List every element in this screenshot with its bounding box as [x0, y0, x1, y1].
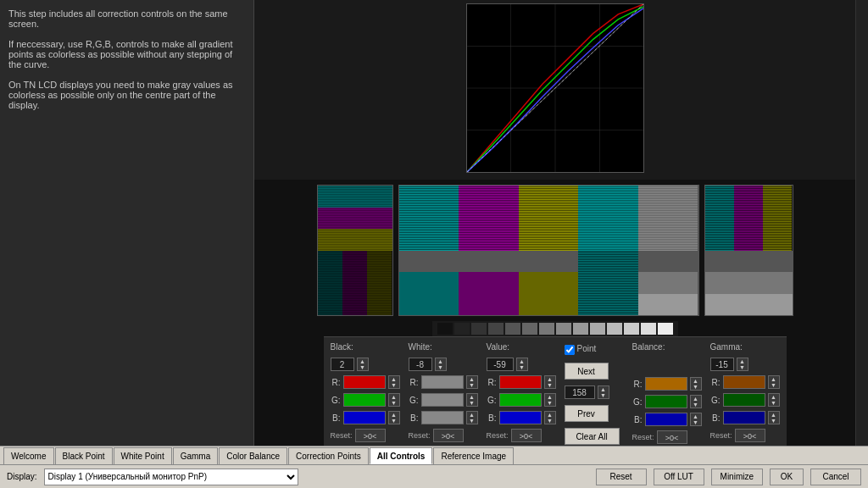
- balance-b-spinner[interactable]: ▲▼: [690, 413, 702, 426]
- white-reset-btn[interactable]: >0<: [433, 429, 464, 442]
- gamma-value-input[interactable]: [710, 358, 734, 371]
- black-g-spinner[interactable]: ▲▼: [388, 393, 400, 407]
- white-g-input[interactable]: [421, 393, 464, 407]
- gamma-g-input[interactable]: [723, 393, 765, 407]
- white-spinner[interactable]: ▲▼: [435, 358, 447, 371]
- clear-all-button[interactable]: Clear All: [565, 428, 620, 445]
- black-b-spinner[interactable]: ▲▼: [388, 411, 400, 424]
- point-checkbox[interactable]: [565, 345, 575, 355]
- value-r-label: R:: [487, 378, 497, 387]
- white-g-spinner[interactable]: ▲▼: [466, 393, 478, 407]
- value-b-label: B:: [487, 413, 497, 423]
- value-spinner[interactable]: ▲▼: [516, 358, 528, 371]
- black-spinner[interactable]: ▲▼: [357, 358, 369, 371]
- balance-g-spinner[interactable]: ▲▼: [690, 395, 702, 408]
- ok-button[interactable]: OK: [770, 469, 804, 485]
- tab-black-point[interactable]: Black Point: [55, 447, 113, 464]
- next-button[interactable]: Next: [565, 363, 609, 380]
- left-info-panel: This step includes all correction contro…: [0, 0, 254, 446]
- balance-reset-label: Reset:: [632, 433, 654, 441]
- gamma-reset-label: Reset:: [710, 431, 732, 440]
- balance-b-input[interactable]: [645, 413, 687, 426]
- cancel-button[interactable]: Cancel: [810, 469, 861, 485]
- gamma-spinner[interactable]: ▲▼: [737, 358, 748, 371]
- value-b-spinner[interactable]: ▲▼: [544, 411, 556, 424]
- value-g-label: G:: [487, 396, 497, 405]
- black-r-label: R:: [331, 378, 341, 387]
- value-reset-btn[interactable]: >0<: [511, 429, 542, 442]
- black-control-group: Black: ▲▼ R: ▲▼ G: ▲▼: [331, 342, 400, 443]
- main-controls: Black: ▲▼ R: ▲▼ G: ▲▼: [324, 336, 787, 446]
- white-g-label: G:: [409, 396, 419, 405]
- gamma-b-input[interactable]: [723, 411, 765, 424]
- black-b-label: B:: [331, 413, 341, 423]
- off-lut-button[interactable]: Off LUT: [654, 469, 704, 485]
- grad-step-13: [641, 323, 656, 335]
- point-spinner[interactable]: ▲▼: [598, 385, 609, 399]
- chart-and-previews: [254, 180, 855, 321]
- grad-step-10: [590, 323, 605, 335]
- tab-color-balance[interactable]: Color Balance: [219, 447, 287, 464]
- balance-r-label: R:: [632, 380, 643, 389]
- black-reset-btn[interactable]: >0<: [355, 429, 386, 442]
- white-r-spinner[interactable]: ▲▼: [466, 375, 478, 389]
- gamma-r-spinner[interactable]: ▲▼: [768, 375, 780, 389]
- white-r-label: R:: [409, 378, 419, 387]
- white-b-label: B:: [409, 413, 419, 423]
- tab-white-point[interactable]: White Point: [114, 447, 172, 464]
- white-value-input[interactable]: [409, 358, 432, 371]
- right-side-panel: [855, 0, 868, 446]
- value-input[interactable]: [487, 358, 514, 371]
- gamma-label: Gamma:: [710, 342, 780, 352]
- gamma-r-input[interactable]: [723, 375, 765, 389]
- tab-all-controls[interactable]: All Controls: [370, 447, 433, 464]
- value-r-input[interactable]: [499, 375, 542, 389]
- white-r-input[interactable]: [421, 375, 464, 389]
- info-text-1: This step includes all correction contro…: [8, 8, 245, 29]
- tab-correction-points[interactable]: Correction Points: [288, 447, 369, 464]
- value-label: Value:: [487, 342, 556, 352]
- balance-r-input[interactable]: [645, 377, 687, 391]
- balance-g-label: G:: [632, 397, 643, 407]
- white-b-spinner[interactable]: ▲▼: [466, 411, 478, 424]
- white-b-input[interactable]: [421, 411, 464, 424]
- balance-g-input[interactable]: [645, 395, 687, 408]
- display-select[interactable]: Display 1 (Универсальный монитор PnP): [44, 469, 298, 485]
- black-value-input[interactable]: [331, 358, 354, 371]
- gamma-b-spinner[interactable]: ▲▼: [768, 411, 780, 424]
- balance-control-group: Balance: R: ▲▼ G: ▲▼ B:: [632, 342, 702, 445]
- value-r-spinner[interactable]: ▲▼: [544, 375, 556, 389]
- balance-label: Balance:: [632, 342, 702, 352]
- center-content: Black: ▲▼ R: ▲▼ G: ▲▼: [254, 0, 855, 446]
- info-text-3: On TN LCD displays you need to make gray…: [8, 80, 245, 110]
- black-r-input[interactable]: [343, 375, 386, 389]
- value-b-input[interactable]: [499, 411, 542, 424]
- balance-b-label: B:: [632, 415, 643, 424]
- minimize-button[interactable]: Minimize: [711, 469, 763, 485]
- gamma-g-spinner[interactable]: ▲▼: [768, 393, 780, 407]
- balance-r-spinner[interactable]: ▲▼: [690, 377, 702, 391]
- tab-reference-image[interactable]: Reference Image: [433, 447, 514, 464]
- balance-reset-btn[interactable]: >0<: [657, 430, 687, 444]
- value-reset-label: Reset:: [487, 431, 509, 440]
- prev-button[interactable]: Prev: [565, 405, 609, 422]
- black-b-input[interactable]: [343, 411, 386, 424]
- gamma-reset-btn[interactable]: >0<: [735, 429, 765, 442]
- grad-step-6: [522, 323, 537, 335]
- grad-step-1: [437, 323, 453, 335]
- value-g-spinner[interactable]: ▲▼: [544, 393, 556, 407]
- black-g-label: G:: [331, 396, 341, 405]
- grad-step-9: [573, 323, 588, 335]
- reset-button[interactable]: Reset: [596, 469, 647, 485]
- value-g-input[interactable]: [499, 393, 542, 407]
- grad-step-8: [556, 323, 571, 335]
- point-value-input[interactable]: [565, 385, 595, 399]
- info-text-2: If neccessary, use R,G,B, controls to ma…: [8, 39, 245, 69]
- black-r-spinner[interactable]: ▲▼: [388, 375, 400, 389]
- content-area: This step includes all correction contro…: [0, 0, 868, 446]
- black-g-input[interactable]: [343, 393, 386, 407]
- tab-welcome[interactable]: Welcome: [3, 447, 54, 464]
- tab-gamma[interactable]: Gamma: [173, 447, 219, 464]
- tabs-bar: Welcome Black Point White Point Gamma Co…: [0, 446, 868, 464]
- gamma-chart: [466, 3, 644, 173]
